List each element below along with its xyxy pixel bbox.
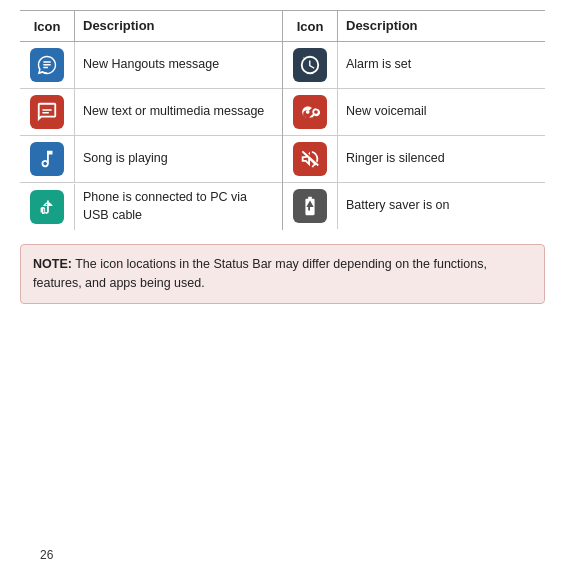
row3-left-desc: Song is playing bbox=[75, 144, 282, 174]
row3-right-desc: Ringer is silenced bbox=[338, 144, 545, 174]
right-header-row: Icon Description bbox=[283, 11, 545, 42]
right-desc-header: Description bbox=[338, 11, 545, 41]
page-number: 26 bbox=[40, 548, 53, 562]
table-row: New text or multimedia message bbox=[20, 89, 282, 136]
voicemail-icon bbox=[293, 95, 327, 129]
row3-right-icon-cell bbox=[283, 136, 338, 182]
battery-saver-icon bbox=[293, 189, 327, 223]
left-icon-header: Icon bbox=[20, 11, 75, 41]
table-row: Battery saver is on bbox=[283, 183, 545, 229]
table-row: Song is playing bbox=[20, 136, 282, 183]
sms-icon bbox=[30, 95, 64, 129]
left-desc-header: Description bbox=[75, 11, 282, 41]
usb-icon bbox=[30, 190, 64, 224]
row4-left-icon-cell bbox=[20, 184, 75, 230]
row2-left-desc: New text or multimedia message bbox=[75, 97, 282, 127]
hangouts-icon bbox=[30, 48, 64, 82]
table-row: New Hangouts message bbox=[20, 42, 282, 89]
row4-right-icon-cell bbox=[283, 183, 338, 229]
left-table: Icon Description New Hangouts message bbox=[20, 11, 283, 230]
table-row: New voicemail bbox=[283, 89, 545, 136]
music-icon bbox=[30, 142, 64, 176]
page-wrapper: Icon Description New Hangouts message bbox=[20, 10, 545, 566]
note-text: The icon locations in the Status Bar may… bbox=[33, 257, 487, 290]
table-row: Ringer is silenced bbox=[283, 136, 545, 183]
row1-right-icon-cell bbox=[283, 42, 338, 88]
row4-right-desc: Battery saver is on bbox=[338, 191, 545, 221]
row1-right-desc: Alarm is set bbox=[338, 50, 545, 80]
icon-table: Icon Description New Hangouts message bbox=[20, 10, 545, 230]
row2-left-icon-cell bbox=[20, 89, 75, 135]
row4-left-desc: Phone is connected to PC via USB cable bbox=[75, 183, 282, 230]
note-box: NOTE: The icon locations in the Status B… bbox=[20, 244, 545, 304]
row1-left-icon-cell bbox=[20, 42, 75, 88]
row3-left-icon-cell bbox=[20, 136, 75, 182]
left-header-row: Icon Description bbox=[20, 11, 282, 42]
right-table: Icon Description Alarm is set bbox=[283, 11, 545, 230]
note-label: NOTE: bbox=[33, 257, 72, 271]
ringer-silenced-icon bbox=[293, 142, 327, 176]
row1-left-desc: New Hangouts message bbox=[75, 50, 282, 80]
right-icon-header: Icon bbox=[283, 11, 338, 41]
alarm-icon bbox=[293, 48, 327, 82]
table-row: Phone is connected to PC via USB cable bbox=[20, 183, 282, 230]
row2-right-icon-cell bbox=[283, 89, 338, 135]
table-row: Alarm is set bbox=[283, 42, 545, 89]
row2-right-desc: New voicemail bbox=[338, 97, 545, 127]
